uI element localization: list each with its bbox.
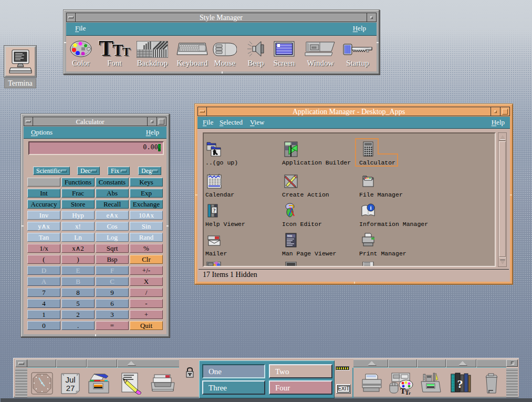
svg-text:27: 27 [66, 384, 75, 393]
svg-text:?: ? [213, 208, 216, 213]
svg-text:Jul: Jul [65, 375, 75, 384]
svg-text:r: r [409, 390, 411, 395]
svg-text:?: ? [457, 377, 463, 390]
svg-text:MAN: MAN [287, 235, 292, 238]
svg-text:i: i [370, 204, 371, 211]
